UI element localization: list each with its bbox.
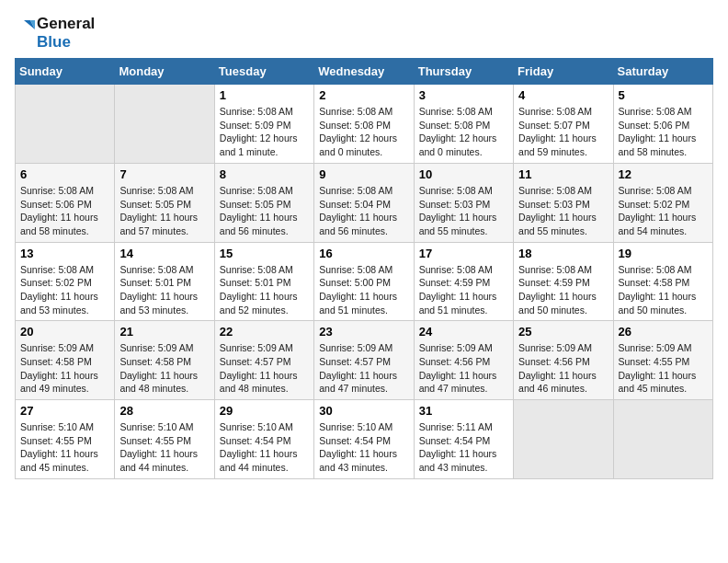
day-cell: 15Sunrise: 5:08 AM Sunset: 5:01 PM Dayli… bbox=[214, 242, 313, 321]
day-number: 10 bbox=[419, 167, 508, 181]
day-number: 20 bbox=[20, 325, 109, 339]
header-saturday: Saturday bbox=[613, 59, 712, 85]
day-number: 17 bbox=[419, 247, 508, 260]
day-cell: 11Sunrise: 5:08 AM Sunset: 5:03 PM Dayli… bbox=[514, 163, 613, 242]
day-cell: 5Sunrise: 5:08 AM Sunset: 5:06 PM Daylig… bbox=[613, 85, 712, 164]
day-info: Sunrise: 5:09 AM Sunset: 4:58 PM Dayligh… bbox=[20, 341, 109, 396]
day-cell bbox=[16, 85, 115, 164]
day-cell: 29Sunrise: 5:10 AM Sunset: 4:54 PM Dayli… bbox=[214, 400, 313, 479]
day-number: 15 bbox=[220, 247, 309, 260]
header-sunday: Sunday bbox=[16, 59, 115, 85]
day-cell: 31Sunrise: 5:11 AM Sunset: 4:54 PM Dayli… bbox=[414, 400, 513, 479]
day-number: 14 bbox=[119, 247, 209, 260]
header-monday: Monday bbox=[115, 59, 214, 85]
week-row-1: 1Sunrise: 5:08 AM Sunset: 5:09 PM Daylig… bbox=[16, 85, 713, 164]
day-info: Sunrise: 5:10 AM Sunset: 4:55 PM Dayligh… bbox=[20, 420, 109, 475]
day-number: 31 bbox=[419, 404, 508, 418]
header-tuesday: Tuesday bbox=[214, 59, 313, 85]
day-info: Sunrise: 5:09 AM Sunset: 4:56 PM Dayligh… bbox=[518, 341, 608, 396]
day-info: Sunrise: 5:08 AM Sunset: 5:08 PM Dayligh… bbox=[419, 105, 508, 159]
day-number: 24 bbox=[419, 325, 508, 339]
day-cell: 18Sunrise: 5:08 AM Sunset: 4:59 PM Dayli… bbox=[514, 242, 613, 321]
day-info: Sunrise: 5:09 AM Sunset: 4:57 PM Dayligh… bbox=[319, 341, 408, 396]
day-number: 29 bbox=[220, 404, 309, 418]
day-cell: 2Sunrise: 5:08 AM Sunset: 5:08 PM Daylig… bbox=[314, 85, 414, 164]
day-info: Sunrise: 5:08 AM Sunset: 5:04 PM Dayligh… bbox=[319, 184, 408, 238]
day-info: Sunrise: 5:09 AM Sunset: 4:56 PM Dayligh… bbox=[419, 341, 508, 396]
calendar-table: SundayMondayTuesdayWednesdayThursdayFrid… bbox=[15, 58, 713, 479]
day-cell: 4Sunrise: 5:08 AM Sunset: 5:07 PM Daylig… bbox=[514, 85, 613, 164]
day-number: 28 bbox=[119, 404, 209, 418]
page-header: General Blue bbox=[15, 15, 713, 51]
day-cell bbox=[514, 400, 613, 479]
logo-line2: Blue bbox=[37, 33, 95, 52]
day-cell: 23Sunrise: 5:09 AM Sunset: 4:57 PM Dayli… bbox=[314, 321, 414, 400]
header-friday: Friday bbox=[514, 59, 613, 85]
day-cell: 27Sunrise: 5:10 AM Sunset: 4:55 PM Dayli… bbox=[16, 400, 115, 479]
day-info: Sunrise: 5:10 AM Sunset: 4:54 PM Dayligh… bbox=[220, 420, 309, 475]
day-info: Sunrise: 5:08 AM Sunset: 5:05 PM Dayligh… bbox=[119, 184, 209, 238]
day-cell: 9Sunrise: 5:08 AM Sunset: 5:04 PM Daylig… bbox=[314, 163, 414, 242]
day-number: 8 bbox=[220, 167, 309, 181]
day-info: Sunrise: 5:08 AM Sunset: 5:09 PM Dayligh… bbox=[220, 105, 309, 159]
logo-bird-icon bbox=[15, 17, 35, 50]
day-number: 22 bbox=[220, 325, 309, 339]
day-number: 12 bbox=[619, 167, 708, 181]
day-info: Sunrise: 5:09 AM Sunset: 4:55 PM Dayligh… bbox=[619, 341, 708, 396]
day-info: Sunrise: 5:08 AM Sunset: 5:02 PM Dayligh… bbox=[20, 263, 109, 317]
header-row: SundayMondayTuesdayWednesdayThursdayFrid… bbox=[16, 59, 713, 85]
day-info: Sunrise: 5:08 AM Sunset: 5:06 PM Dayligh… bbox=[20, 184, 109, 238]
day-cell: 8Sunrise: 5:08 AM Sunset: 5:05 PM Daylig… bbox=[214, 163, 313, 242]
header-wednesday: Wednesday bbox=[314, 59, 414, 85]
day-cell: 1Sunrise: 5:08 AM Sunset: 5:09 PM Daylig… bbox=[214, 85, 313, 164]
day-info: Sunrise: 5:08 AM Sunset: 4:58 PM Dayligh… bbox=[619, 263, 708, 317]
day-number: 19 bbox=[619, 247, 708, 260]
day-number: 7 bbox=[119, 167, 209, 181]
day-info: Sunrise: 5:08 AM Sunset: 5:01 PM Dayligh… bbox=[119, 263, 209, 317]
day-cell: 14Sunrise: 5:08 AM Sunset: 5:01 PM Dayli… bbox=[115, 242, 214, 321]
logo-container: General Blue bbox=[15, 15, 95, 51]
day-cell: 3Sunrise: 5:08 AM Sunset: 5:08 PM Daylig… bbox=[414, 85, 513, 164]
week-row-5: 27Sunrise: 5:10 AM Sunset: 4:55 PM Dayli… bbox=[16, 400, 713, 479]
day-cell bbox=[613, 400, 712, 479]
day-number: 11 bbox=[518, 167, 608, 181]
day-cell: 24Sunrise: 5:09 AM Sunset: 4:56 PM Dayli… bbox=[414, 321, 513, 400]
day-number: 4 bbox=[518, 88, 608, 102]
day-cell: 19Sunrise: 5:08 AM Sunset: 4:58 PM Dayli… bbox=[613, 242, 712, 321]
day-number: 23 bbox=[319, 325, 408, 339]
day-number: 1 bbox=[220, 88, 309, 102]
day-cell: 12Sunrise: 5:08 AM Sunset: 5:02 PM Dayli… bbox=[613, 163, 712, 242]
day-number: 25 bbox=[518, 325, 608, 339]
day-cell: 10Sunrise: 5:08 AM Sunset: 5:03 PM Dayli… bbox=[414, 163, 513, 242]
day-cell: 26Sunrise: 5:09 AM Sunset: 4:55 PM Dayli… bbox=[613, 321, 712, 400]
day-info: Sunrise: 5:08 AM Sunset: 5:01 PM Dayligh… bbox=[220, 263, 309, 317]
day-number: 18 bbox=[518, 247, 608, 260]
day-info: Sunrise: 5:08 AM Sunset: 4:59 PM Dayligh… bbox=[518, 263, 608, 317]
day-cell: 25Sunrise: 5:09 AM Sunset: 4:56 PM Dayli… bbox=[514, 321, 613, 400]
day-number: 16 bbox=[319, 247, 408, 260]
day-info: Sunrise: 5:08 AM Sunset: 5:02 PM Dayligh… bbox=[619, 184, 708, 238]
logo: General Blue bbox=[15, 15, 95, 51]
day-number: 27 bbox=[20, 404, 109, 418]
day-info: Sunrise: 5:08 AM Sunset: 5:07 PM Dayligh… bbox=[518, 105, 608, 159]
day-info: Sunrise: 5:08 AM Sunset: 5:06 PM Dayligh… bbox=[619, 105, 708, 159]
logo-line1: General bbox=[37, 15, 95, 33]
day-cell: 22Sunrise: 5:09 AM Sunset: 4:57 PM Dayli… bbox=[214, 321, 313, 400]
week-row-4: 20Sunrise: 5:09 AM Sunset: 4:58 PM Dayli… bbox=[16, 321, 713, 400]
day-info: Sunrise: 5:11 AM Sunset: 4:54 PM Dayligh… bbox=[419, 420, 508, 475]
day-cell: 28Sunrise: 5:10 AM Sunset: 4:55 PM Dayli… bbox=[115, 400, 214, 479]
day-info: Sunrise: 5:09 AM Sunset: 4:57 PM Dayligh… bbox=[220, 341, 309, 396]
week-row-2: 6Sunrise: 5:08 AM Sunset: 5:06 PM Daylig… bbox=[16, 163, 713, 242]
day-cell: 20Sunrise: 5:09 AM Sunset: 4:58 PM Dayli… bbox=[16, 321, 115, 400]
day-number: 26 bbox=[619, 325, 708, 339]
day-number: 5 bbox=[619, 88, 708, 102]
day-number: 2 bbox=[319, 88, 408, 102]
day-info: Sunrise: 5:09 AM Sunset: 4:58 PM Dayligh… bbox=[119, 341, 209, 396]
day-cell: 13Sunrise: 5:08 AM Sunset: 5:02 PM Dayli… bbox=[16, 242, 115, 321]
day-info: Sunrise: 5:08 AM Sunset: 5:08 PM Dayligh… bbox=[319, 105, 408, 159]
day-number: 13 bbox=[20, 247, 109, 260]
day-cell: 6Sunrise: 5:08 AM Sunset: 5:06 PM Daylig… bbox=[16, 163, 115, 242]
day-info: Sunrise: 5:08 AM Sunset: 4:59 PM Dayligh… bbox=[419, 263, 508, 317]
day-number: 3 bbox=[419, 88, 508, 102]
day-cell: 16Sunrise: 5:08 AM Sunset: 5:00 PM Dayli… bbox=[314, 242, 414, 321]
